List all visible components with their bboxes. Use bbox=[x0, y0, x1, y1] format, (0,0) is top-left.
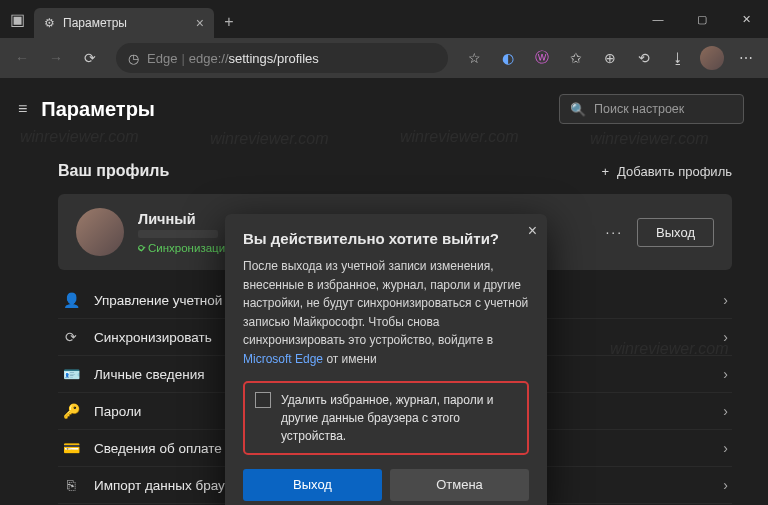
address-text: Edge|edge://settings/profiles bbox=[147, 51, 319, 66]
chevron-right-icon: › bbox=[723, 477, 728, 493]
search-placeholder: Поиск настроек bbox=[594, 102, 684, 116]
refresh-button[interactable]: ⟳ bbox=[74, 42, 106, 74]
star-icon[interactable]: ☆ bbox=[458, 42, 490, 74]
checkbox[interactable] bbox=[255, 392, 271, 408]
extension-c-icon[interactable]: ◐ bbox=[492, 42, 524, 74]
card-icon: 💳 bbox=[62, 440, 80, 456]
extension-w-icon[interactable]: ⓦ bbox=[526, 42, 558, 74]
minimize-button[interactable]: — bbox=[636, 0, 680, 38]
confirm-logout-button[interactable]: Выход bbox=[243, 469, 382, 501]
chevron-right-icon: › bbox=[723, 329, 728, 345]
checkbox-label: Удалить избранное, журнал, пароли и друг… bbox=[281, 391, 517, 445]
app-icon: ▣ bbox=[0, 10, 34, 29]
close-window-button[interactable]: ✕ bbox=[724, 0, 768, 38]
add-profile-label: Добавить профиль bbox=[617, 164, 732, 179]
profile-avatar[interactable] bbox=[696, 42, 728, 74]
favorites-icon[interactable]: ✩ bbox=[560, 42, 592, 74]
collections-icon[interactable]: ⊕ bbox=[594, 42, 626, 74]
edge-link[interactable]: Microsoft Edge bbox=[243, 352, 323, 366]
search-icon: 🔍 bbox=[570, 102, 586, 117]
logout-button[interactable]: Выход bbox=[637, 218, 714, 247]
import-icon: ⎘ bbox=[62, 477, 80, 493]
history-icon[interactable]: ⟲ bbox=[628, 42, 660, 74]
section-header: Ваш профиль + Добавить профиль bbox=[58, 162, 732, 180]
page-header: ≡ Параметры 🔍 Поиск настроек bbox=[0, 78, 768, 136]
key-icon: 🔑 bbox=[62, 403, 80, 419]
delete-data-option[interactable]: Удалить избранное, журнал, пароли и друг… bbox=[243, 381, 529, 455]
dialog-close-button[interactable]: × bbox=[528, 222, 537, 240]
dialog-actions: Выход Отмена bbox=[243, 469, 529, 501]
close-icon[interactable]: × bbox=[196, 15, 204, 31]
id-card-icon: 🪪 bbox=[62, 366, 80, 382]
confirm-dialog: × Вы действительно хотите выйти? После в… bbox=[225, 214, 547, 505]
section-title: Ваш профиль bbox=[58, 162, 169, 180]
page-title: Параметры bbox=[41, 98, 155, 121]
dialog-title: Вы действительно хотите выйти? bbox=[243, 230, 529, 247]
avatar bbox=[76, 208, 124, 256]
maximize-button[interactable]: ▢ bbox=[680, 0, 724, 38]
chevron-right-icon: › bbox=[723, 292, 728, 308]
card-actions: ··· Выход bbox=[605, 218, 714, 247]
browser-tab[interactable]: ⚙ Параметры × bbox=[34, 8, 214, 38]
back-button[interactable]: ← bbox=[6, 42, 38, 74]
chevron-right-icon: › bbox=[723, 403, 728, 419]
cancel-button[interactable]: Отмена bbox=[390, 469, 529, 501]
profile-email bbox=[138, 230, 218, 238]
more-menu-icon[interactable]: ⋯ bbox=[730, 42, 762, 74]
chevron-right-icon: › bbox=[723, 366, 728, 382]
edge-logo-icon: ◷ bbox=[128, 51, 139, 66]
more-button[interactable]: ··· bbox=[605, 224, 623, 240]
forward-button[interactable]: → bbox=[40, 42, 72, 74]
gear-icon: ⚙ bbox=[44, 16, 55, 30]
chevron-right-icon: › bbox=[723, 440, 728, 456]
search-input[interactable]: 🔍 Поиск настроек bbox=[559, 94, 744, 124]
sync-icon: ⟳ bbox=[62, 329, 80, 345]
downloads-icon[interactable]: ⭳ bbox=[662, 42, 694, 74]
person-icon: 👤 bbox=[62, 292, 80, 308]
address-bar[interactable]: ◷ Edge|edge://settings/profiles bbox=[116, 43, 448, 73]
tab-title: Параметры bbox=[63, 16, 188, 30]
check-icon bbox=[138, 245, 144, 251]
hamburger-icon[interactable]: ≡ bbox=[18, 100, 27, 118]
toolbar: ← → ⟳ ◷ Edge|edge://settings/profiles ☆ … bbox=[0, 38, 768, 78]
window-controls: — ▢ ✕ bbox=[636, 0, 768, 38]
add-profile-button[interactable]: + Добавить профиль bbox=[602, 164, 732, 179]
new-tab-button[interactable]: + bbox=[214, 13, 244, 31]
dialog-body: После выхода из учетной записи изменения… bbox=[243, 257, 529, 369]
titlebar: ▣ ⚙ Параметры × + — ▢ ✕ bbox=[0, 0, 768, 38]
plus-icon: + bbox=[602, 164, 610, 179]
